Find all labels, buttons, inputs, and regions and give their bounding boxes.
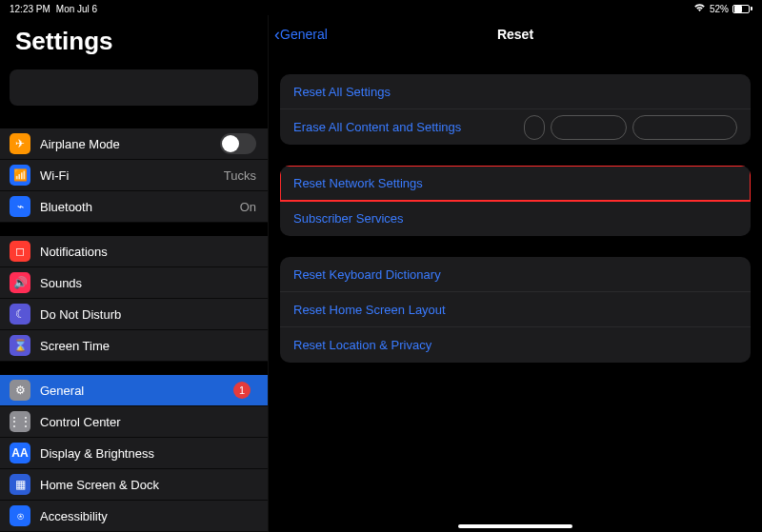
- status-time: 12:23 PM: [10, 4, 50, 14]
- reset-section: Reset All SettingsErase All Content and …: [280, 74, 751, 145]
- sidebar-item-bluetooth[interactable]: ⌁BluetoothOn: [0, 191, 268, 223]
- reset-section: Reset Keyboard DictionaryReset Home Scre…: [280, 257, 751, 363]
- airplane-toggle[interactable]: [220, 133, 256, 154]
- sidebar-item-label: Bluetooth: [40, 200, 240, 214]
- accessibility-icon: ⍟: [10, 505, 30, 526]
- sidebar-item-general[interactable]: ⚙General1: [0, 375, 268, 406]
- reset-row-label: Reset All Settings: [293, 85, 391, 99]
- controlcenter-icon: ⋮⋮: [10, 411, 30, 432]
- sidebar-item-label: Wi-Fi: [40, 168, 224, 183]
- sidebar-item-label: Accessibility: [40, 509, 256, 523]
- apple-id-profile[interactable]: [10, 69, 258, 106]
- sidebar-item-display[interactable]: AADisplay & Brightness: [0, 438, 268, 469]
- wifi-icon: 📶: [10, 165, 30, 186]
- homescreen-icon: ▦: [10, 474, 30, 495]
- sidebar-item-label: Display & Brightness: [40, 446, 256, 461]
- display-icon: AA: [10, 443, 30, 463]
- sidebar-item-label: Do Not Disturb: [40, 307, 256, 322]
- status-battery-pct: 52%: [710, 4, 729, 14]
- settings-sidebar: Settings ✈Airplane Mode📶Wi-FiTucks⌁Bluet…: [0, 15, 269, 532]
- general-icon: ⚙: [10, 380, 30, 401]
- sidebar-item-accessibility[interactable]: ⍟Accessibility: [0, 501, 268, 532]
- sidebar-item-notifications[interactable]: ◻Notifications: [0, 236, 268, 267]
- redaction-pills: [524, 115, 737, 140]
- sidebar-item-screentime[interactable]: ⌛Screen Time: [0, 330, 268, 362]
- sidebar-item-label: General: [40, 384, 233, 398]
- reset-row-reset-keyboard[interactable]: Reset Keyboard Dictionary: [280, 257, 751, 292]
- sidebar-item-homescreen[interactable]: ▦Home Screen & Dock: [0, 469, 268, 501]
- wifi-icon: [693, 3, 706, 14]
- navbar: ‹ General Reset: [269, 19, 762, 49]
- status-bar: 12:23 PM Mon Jul 6 52%: [0, 0, 762, 15]
- sidebar-item-airplane[interactable]: ✈Airplane Mode: [0, 128, 268, 160]
- reset-row-label: Reset Network Settings: [293, 176, 423, 190]
- reset-row-label: Subscriber Services: [293, 211, 404, 226]
- sidebar-item-label: Screen Time: [40, 339, 256, 353]
- reset-row-label: Reset Location & Privacy: [293, 338, 431, 352]
- bluetooth-icon: ⌁: [10, 196, 30, 217]
- sidebar-item-wifi[interactable]: 📶Wi-FiTucks: [0, 160, 268, 191]
- sidebar-badge: 1: [233, 382, 251, 399]
- sounds-icon: 🔊: [10, 272, 30, 293]
- reset-row-reset-home[interactable]: Reset Home Screen Layout: [280, 292, 751, 327]
- sidebar-item-value: On: [240, 200, 256, 214]
- home-indicator[interactable]: [458, 524, 572, 528]
- notifications-icon: ◻: [10, 241, 30, 262]
- reset-row-reset-network[interactable]: Reset Network Settings: [280, 166, 751, 201]
- sidebar-item-label: Control Center: [40, 415, 256, 429]
- battery-icon: [732, 5, 752, 13]
- reset-row-label: Reset Keyboard Dictionary: [293, 267, 441, 282]
- navbar-title: Reset: [269, 27, 762, 42]
- page-title: Settings: [0, 15, 268, 64]
- reset-row-reset-location[interactable]: Reset Location & Privacy: [280, 327, 751, 363]
- reset-row-erase-all[interactable]: Erase All Content and Settings: [280, 109, 751, 145]
- reset-row-label: Erase All Content and Settings: [293, 120, 461, 134]
- sidebar-item-value: Tucks: [224, 168, 256, 183]
- sidebar-item-dnd[interactable]: ☾Do Not Disturb: [0, 299, 268, 330]
- sidebar-item-label: Sounds: [40, 276, 256, 290]
- redaction-pill: [524, 115, 545, 140]
- sidebar-item-label: Notifications: [40, 245, 256, 259]
- redaction-pill: [632, 115, 737, 140]
- airplane-icon: ✈: [10, 133, 30, 154]
- detail-pane: ‹ General Reset Reset All SettingsErase …: [269, 15, 762, 532]
- dnd-icon: ☾: [10, 304, 30, 325]
- sidebar-item-label: Home Screen & Dock: [40, 478, 256, 492]
- sidebar-item-controlcenter[interactable]: ⋮⋮Control Center: [0, 406, 268, 438]
- reset-section: Reset Network SettingsSubscriber Service…: [280, 166, 751, 236]
- sidebar-item-sounds[interactable]: 🔊Sounds: [0, 267, 268, 299]
- battery-fill: [734, 6, 742, 12]
- reset-row-label: Reset Home Screen Layout: [293, 303, 446, 317]
- reset-row-subscriber[interactable]: Subscriber Services: [280, 201, 751, 236]
- status-date: Mon Jul 6: [56, 4, 97, 14]
- screentime-icon: ⌛: [10, 335, 30, 356]
- sidebar-item-label: Airplane Mode: [40, 137, 220, 151]
- redaction-pill: [551, 115, 627, 140]
- reset-row-reset-all[interactable]: Reset All Settings: [280, 74, 751, 109]
